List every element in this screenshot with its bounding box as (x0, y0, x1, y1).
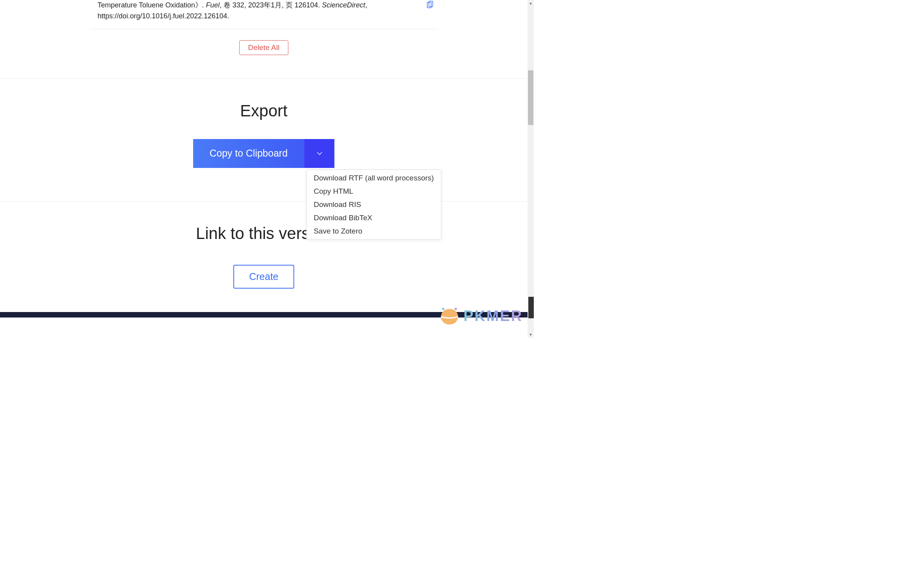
scrollbar-track[interactable]: ▲ ▼ (528, 0, 534, 338)
side-handle[interactable] (528, 297, 534, 318)
dropdown-item-html[interactable]: Copy HTML (307, 185, 441, 198)
dropdown-item-ris[interactable]: Download RIS (307, 198, 441, 211)
dropdown-item-bibtex[interactable]: Download BibTeX (307, 211, 441, 225)
watermark: PKMER (439, 306, 523, 326)
svg-rect-1 (429, 1, 433, 7)
watermark-text: PKMER (464, 308, 523, 325)
delete-all-button[interactable]: Delete All (239, 40, 288, 55)
citation-title: Temperature Toluene Oxidation》. (98, 1, 206, 9)
export-section: Export Copy to Clipboard Download RTF (a… (0, 79, 528, 201)
dropdown-item-rtf[interactable]: Download RTF (all word processors) (307, 171, 441, 185)
scroll-down-arrow[interactable]: ▼ (528, 332, 534, 338)
copy-dropdown-trigger[interactable] (304, 139, 334, 168)
scroll-up-arrow[interactable]: ▲ (528, 0, 534, 6)
svg-point-3 (442, 308, 444, 310)
citation-journal: Fuel (206, 1, 220, 9)
copy-icon[interactable] (427, 1, 434, 9)
citation-source: ScienceDirect (322, 1, 365, 9)
watermark-logo-icon (439, 306, 460, 326)
citation-text: Temperature Toluene Oxidation》. Fuel, 卷 … (90, 0, 427, 22)
create-button[interactable]: Create (233, 265, 294, 289)
svg-rect-0 (427, 2, 431, 8)
link-version-heading: Link to this version (0, 224, 528, 243)
export-heading: Export (0, 102, 528, 120)
copy-clipboard-button[interactable]: Copy to Clipboard (193, 139, 304, 168)
export-dropdown-menu: Download RTF (all word processors) Copy … (306, 169, 441, 240)
svg-point-2 (441, 309, 458, 325)
copy-split-button: Copy to Clipboard Download RTF (all word… (193, 139, 334, 168)
link-version-section: Link to this version Create (0, 201, 528, 312)
chevron-down-icon (316, 152, 323, 155)
dropdown-item-zotero[interactable]: Save to Zotero (307, 225, 441, 238)
citation-details-1: , 卷 332, 2023年1月, 页 126104. (220, 1, 322, 9)
svg-point-4 (455, 308, 457, 310)
delete-all-section: Delete All (0, 29, 528, 78)
citation-row: Temperature Toluene Oxidation》. Fuel, 卷 … (90, 0, 438, 29)
scroll-thumb[interactable] (528, 70, 533, 125)
